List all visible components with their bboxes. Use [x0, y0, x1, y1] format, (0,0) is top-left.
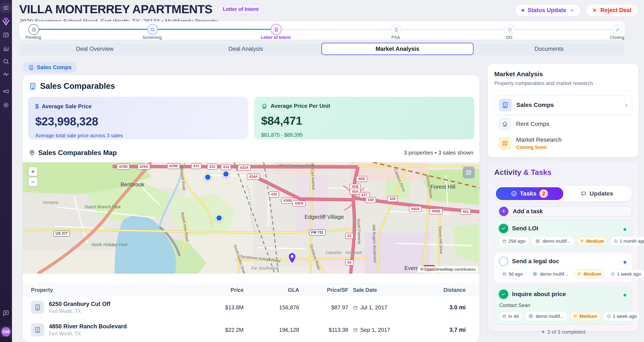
map-label: Granbury Road [309, 244, 321, 270]
step-label: Closing [610, 35, 624, 40]
priority-chip: Medium [577, 236, 608, 246]
sale-date-cell: Jul 1, 2017 [348, 304, 419, 311]
avg-price-per-unit-value: $84,471 [261, 114, 467, 127]
tab-market-analysis[interactable]: Market Analysis [321, 43, 474, 55]
avg-sale-price-card: $ Average Sale Price $23,998,328 Average… [28, 97, 248, 140]
announcements-nav-icon[interactable] [2, 88, 10, 95]
comp-map-marker[interactable] [216, 214, 223, 222]
add-task-button[interactable]: + Add a task [494, 206, 632, 216]
dollar-icon: $ [35, 103, 39, 110]
step-dd-icon[interactable] [504, 24, 515, 35]
tab-documents[interactable]: Documents [474, 43, 624, 55]
map-route-shield: US 377 [54, 230, 70, 236]
task-checkbox[interactable] [499, 256, 508, 266]
close-icon: ✕ [592, 7, 597, 14]
right-sidebar: Market Analysis Property comparables and… [488, 64, 638, 331]
tab-tasks[interactable]: Tasks 2 [496, 187, 563, 200]
map-label: Forest Hill [430, 184, 455, 190]
map-section-header: Sales Comparables Map 3 properties • 3 s… [29, 149, 474, 157]
task-title: Send LOI [512, 225, 538, 232]
step-label: Pending [26, 35, 41, 40]
task-checkbox[interactable] [499, 290, 508, 299]
table-row[interactable]: 4850 River Ranch Boulevard Fort Worth, T… [23, 319, 479, 341]
search-nav-icon[interactable] [2, 58, 10, 65]
settings-nav-icon[interactable] [2, 102, 10, 108]
market-analysis-panel: Market Analysis Property comparables and… [488, 64, 638, 157]
user-avatar-wrap[interactable]: DM [0, 326, 12, 337]
activity-nav-icon[interactable] [2, 71, 10, 78]
avg-price-per-unit-sub: $81,875 - $89,395 [261, 132, 467, 138]
property-city: Fort Worth, TX [49, 331, 127, 337]
gla-cell: 196,128 [244, 327, 299, 333]
map-label: Benbrook [120, 181, 144, 188]
activity-tab-switcher: Tasks 2 Updates [494, 186, 632, 202]
step-screening-icon[interactable] [147, 24, 158, 35]
flag-icon [580, 239, 584, 243]
table-header: Property Price GLA Price/SF Sale Date Di… [23, 284, 479, 296]
avatar[interactable]: DM [1, 327, 11, 336]
task-card-inquire-about-price[interactable]: Inquire about price Contact Sean in 4d D… [494, 286, 632, 324]
step-letter-of-intent-icon[interactable] [271, 24, 282, 35]
map-label: Dutch Branch Park [85, 204, 121, 209]
comp-map-marker[interactable] [204, 174, 211, 181]
task-status-dot [624, 294, 626, 296]
feedback-chat-icon[interactable] [2, 310, 10, 317]
map-route-shield: 44 [345, 260, 354, 266]
step-psa-icon[interactable] [391, 24, 402, 35]
map-route-shield: 436A [292, 200, 306, 206]
speech-bubble-icon [580, 191, 586, 196]
chevron-down-icon [570, 8, 574, 12]
tab-deal-overview[interactable]: Deal Overview [19, 43, 170, 55]
comp-map-marker[interactable] [222, 170, 230, 178]
subject-property-pin[interactable] [288, 252, 297, 264]
sales-comps-map[interactable]: BenbrookVentanaDutch Branch ParkNorth Ho… [23, 162, 479, 274]
comps-table: Property Price GLA Price/SF Sale Date Di… [23, 284, 479, 341]
task-card-send-loi[interactable]: Send LOI 29d ago D demo multif... Medium [494, 220, 632, 249]
sidebar-item-rent-comps[interactable]: Rent Comps [494, 115, 632, 134]
avg-price-per-unit-card: Average Price Per Unit $84,471 $81,875 -… [254, 97, 474, 140]
tasks-nav-icon[interactable] [2, 32, 10, 38]
step-closing-icon[interactable] [612, 24, 623, 35]
zoom-in-button[interactable]: + [28, 167, 38, 176]
deal-stage-stepper: Pending Screening Letter of Intent PSA D… [19, 21, 624, 40]
left-nav-rail: DM [0, 0, 12, 342]
status-update-button[interactable]: Status Update [515, 4, 581, 17]
map-label: Ventana [42, 200, 58, 205]
gla-cell: 156,876 [244, 304, 299, 311]
map-route-shield: 438 [366, 197, 376, 203]
check-circle-icon [511, 191, 517, 196]
breadcrumb-sales-comps[interactable]: Sales Comps [23, 62, 77, 73]
map-label: Campus Drive [393, 168, 406, 192]
tab-updates[interactable]: Updates [563, 187, 631, 200]
map-label: West Seminary Drive [279, 163, 315, 168]
map-route-shield: 431 [191, 163, 201, 169]
tasks-progress-footer: ✦ 2 of 3 completed [488, 324, 638, 340]
sidebar-item-market-research[interactable]: Market Research Coming Soon [494, 134, 632, 153]
zoom-out-button[interactable]: − [28, 177, 38, 186]
price-sf-cell: $113.38 [299, 327, 348, 333]
due-chip: 3d ago [499, 270, 526, 278]
map-route-shield: 432A [238, 165, 251, 171]
home-icon [261, 103, 268, 109]
map-layers-button[interactable] [463, 166, 475, 178]
priority-chip: Medium [570, 312, 601, 321]
tab-deal-analysis[interactable]: Deal Analysis [170, 43, 321, 55]
analytics-nav-icon[interactable] [2, 45, 10, 52]
map-label: North Holiday Park [92, 242, 128, 247]
sidebar-item-sales-comps[interactable]: Sales Comps › [494, 96, 632, 115]
table-row[interactable]: 6250 Granbury Cut Off Fort Worth, TX $13… [23, 296, 479, 319]
reject-deal-button[interactable]: ✕ Reject Deal [586, 4, 638, 17]
task-checkbox[interactable] [499, 224, 508, 233]
app-logo-funnel-icon[interactable] [1, 17, 11, 26]
map-label: Sycamore School Road [240, 254, 280, 264]
stats-row: $ Average Sale Price $23,998,328 Average… [28, 97, 474, 140]
step-pending-icon[interactable] [28, 24, 39, 35]
task-status-dot [624, 261, 626, 264]
task-card-send-legal-doc[interactable]: Send a legal doc 3d ago D demo multif...… [494, 253, 632, 282]
sales-comparables-card: Sales Comparables $ Average Sale Price $… [23, 75, 479, 342]
map-route-shield: 46B [356, 176, 367, 182]
due-chip: 29d ago [499, 236, 529, 246]
price-cell: $22.2M [199, 327, 244, 333]
sidebar-toggle-icon[interactable] [1, 4, 11, 12]
map-attribution[interactable]: © OpenStreetMap contributors [418, 266, 478, 272]
